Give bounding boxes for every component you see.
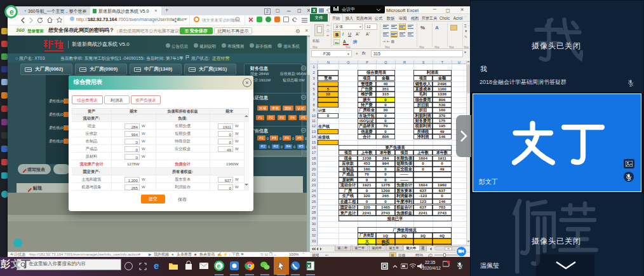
svg-text:X: X: [307, 263, 311, 269]
svg-text:e: e: [217, 263, 221, 270]
svg-text:e: e: [154, 261, 159, 271]
